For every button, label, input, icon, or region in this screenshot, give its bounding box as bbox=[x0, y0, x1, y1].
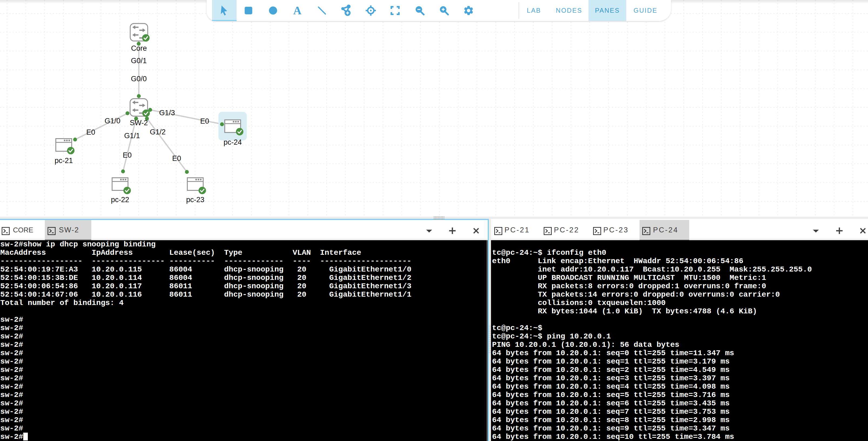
svg-text:G0/0: G0/0 bbox=[131, 75, 147, 83]
svg-text:E0: E0 bbox=[172, 155, 181, 163]
svg-text:G1/3: G1/3 bbox=[159, 109, 175, 117]
svg-text:G1/0: G1/0 bbox=[104, 117, 120, 125]
svg-text:pc-22: pc-22 bbox=[111, 196, 129, 204]
svg-text:E0: E0 bbox=[200, 117, 209, 125]
svg-text:pc-24: pc-24 bbox=[224, 138, 242, 146]
svg-text:SW-2: SW-2 bbox=[130, 119, 148, 127]
svg-text:pc-21: pc-21 bbox=[55, 157, 73, 165]
svg-text:G1/2: G1/2 bbox=[150, 128, 166, 136]
svg-text:E0: E0 bbox=[123, 151, 131, 159]
svg-text:pc-23: pc-23 bbox=[186, 196, 205, 204]
svg-text:G0/1: G0/1 bbox=[131, 57, 147, 65]
svg-text:G1/1: G1/1 bbox=[124, 132, 140, 140]
svg-text:E0: E0 bbox=[86, 128, 95, 136]
svg-text:Core: Core bbox=[131, 44, 147, 53]
